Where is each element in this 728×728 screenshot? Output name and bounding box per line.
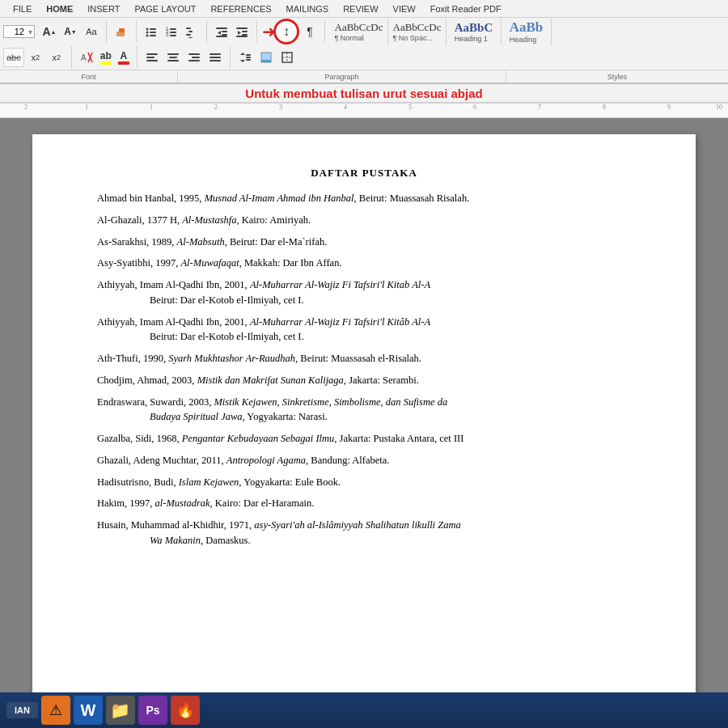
increase-indent-button[interactable] xyxy=(232,22,252,41)
svg-rect-35 xyxy=(169,57,177,58)
paragraph-mark-button[interactable]: ¶ xyxy=(300,22,320,41)
menu-file[interactable]: FILE xyxy=(6,2,38,15)
align-left-button[interactable] xyxy=(142,48,162,67)
numbered-list-button[interactable]: 1. 2. 3. xyxy=(162,22,181,41)
svg-rect-1 xyxy=(119,28,125,32)
svg-rect-32 xyxy=(146,57,154,58)
svg-rect-20 xyxy=(222,31,227,32)
separator4 xyxy=(256,20,257,43)
list-item: Ath-Thufi, 1990, Syarh Mukhtashor Ar-Rau… xyxy=(97,351,631,366)
font-case-button[interactable]: Aa xyxy=(82,22,101,41)
increase-font-button[interactable]: A▲ xyxy=(40,22,59,41)
style-normal[interactable]: AaBbCcDc ¶ Normal xyxy=(330,18,388,45)
shading-button[interactable] xyxy=(256,48,276,67)
svg-rect-41 xyxy=(210,57,221,58)
document-page: DAFTAR PUSTAKA Ahmad bin Hanbal, 1995, M… xyxy=(32,134,696,700)
menu-view[interactable]: VIEW xyxy=(387,2,422,15)
style-heading1[interactable]: AaBbC Heading 1 xyxy=(447,18,502,45)
separator3 xyxy=(206,20,207,43)
svg-rect-40 xyxy=(210,53,221,55)
clear-format-button[interactable]: A xyxy=(77,48,96,67)
list-item: Chodjim, Ahmad, 2003, Mistik dan Makrifa… xyxy=(97,373,631,388)
svg-rect-31 xyxy=(146,53,158,55)
border-icon xyxy=(281,51,294,64)
justify-button[interactable] xyxy=(205,48,225,67)
highlight-color-button[interactable]: ab xyxy=(98,49,114,66)
italic-title: Al-Mustashfa, xyxy=(182,214,239,226)
menu-review[interactable]: REVIEW xyxy=(336,2,384,15)
list-item: Hadisutrisno, Budi, Islam Kejawen, Yogya… xyxy=(97,475,631,490)
italic-title-cont: Budaya Spiritual Jawa, xyxy=(150,411,245,422)
multilevel-list-icon xyxy=(185,25,198,38)
font-size-display[interactable]: 12 xyxy=(4,26,27,37)
align-left-icon xyxy=(146,51,159,64)
svg-rect-42 xyxy=(210,60,221,61)
svg-rect-9 xyxy=(170,28,176,30)
font-section-label: Font xyxy=(0,70,178,83)
sort-group: ➜ ↕ ¶ xyxy=(262,19,320,44)
italic-title: Mistik dan Makrifat Sunan Kalijaga, xyxy=(197,375,346,386)
svg-text:3.: 3. xyxy=(166,32,170,37)
svg-rect-39 xyxy=(188,60,200,61)
strikethrough-button[interactable]: abc xyxy=(3,48,24,67)
align-center-button[interactable] xyxy=(163,48,183,67)
svg-rect-45 xyxy=(246,54,251,56)
document-title: DAFTAR PUSTAKA xyxy=(97,167,631,180)
menu-insert[interactable]: INSERT xyxy=(81,2,126,15)
list-group: 1. 2. 3. xyxy=(142,22,201,41)
menu-mailings[interactable]: MAILINGS xyxy=(280,2,336,15)
border-button[interactable] xyxy=(277,48,297,67)
taskbar-warning-icon[interactable]: ⚠ xyxy=(41,696,70,725)
svg-point-2 xyxy=(146,28,149,31)
menu-foxit[interactable]: Foxit Reader PDF xyxy=(424,2,508,15)
svg-rect-46 xyxy=(246,57,251,58)
menu-pagelayout[interactable]: PAGE LAYOUT xyxy=(128,2,202,15)
taskbar: IAN ⚠ W 📁 Ps 🔥 xyxy=(0,692,728,728)
style-heading[interactable]: AaBb Heading xyxy=(502,18,552,45)
line-spacing-icon xyxy=(239,51,252,64)
italic-title: Al-Muharrar Al-Wajiz Fi Tafsiri'l Kitâb … xyxy=(250,316,430,328)
sort-button-circle[interactable]: ↕ xyxy=(273,19,299,44)
highlight-eraser-button[interactable] xyxy=(112,22,131,41)
svg-rect-21 xyxy=(222,34,227,36)
announcement-text: Untuk membuat tulisan urut sesuai abjad xyxy=(245,87,482,100)
list-item: Endraswara, Suwardi, 2003, Mistik Kejawe… xyxy=(97,395,631,425)
svg-rect-25 xyxy=(242,31,248,32)
svg-rect-11 xyxy=(170,32,176,33)
paragraph-section-label: Paragraph xyxy=(178,70,506,83)
font-size-dropdown[interactable]: ▾ xyxy=(27,28,34,36)
clear-format-icon: A xyxy=(80,51,93,64)
subscript-button[interactable]: x2 xyxy=(26,48,45,67)
svg-rect-27 xyxy=(236,36,248,37)
svg-rect-7 xyxy=(150,35,156,36)
italic-title: Al-Muwafaqat, xyxy=(180,257,241,269)
list-item: Athiyyah, Imam Al-Qadhi Ibn, 2001, Al-Mu… xyxy=(97,277,631,308)
line-spacing-button[interactable] xyxy=(235,48,255,67)
menu-references[interactable]: REFERENCES xyxy=(204,2,277,15)
taskbar-ps-icon[interactable]: Ps xyxy=(138,696,167,725)
menu-home[interactable]: HOME xyxy=(40,2,79,15)
list-item: Al-Ghazali, 1377 H, Al-Mustashfa, Kairo:… xyxy=(97,213,631,228)
bullet-list-button[interactable] xyxy=(142,22,161,41)
taskbar-word-icon[interactable]: W xyxy=(74,696,103,725)
svg-marker-24 xyxy=(238,31,241,35)
taskbar-folder-icon[interactable]: 📁 xyxy=(106,696,135,725)
svg-rect-13 xyxy=(170,35,176,36)
list-item: As-Sarakhsi, 1989, Al-Mabsuth, Beirut: D… xyxy=(97,235,631,250)
announcement-bar: Untuk membuat tulisan urut sesuai abjad xyxy=(0,84,728,104)
align-right-button[interactable] xyxy=(184,48,204,67)
decrease-indent-button[interactable] xyxy=(212,22,231,41)
style-nospacing[interactable]: AaBbCcDc ¶ No Spac... xyxy=(388,18,447,45)
menu-bar: FILE HOME INSERT PAGE LAYOUT REFERENCES … xyxy=(0,0,728,18)
list-item: Asy-Syatibhi, 1997, Al-Muwafaqat, Makkah… xyxy=(97,256,631,271)
multilevel-list-button[interactable] xyxy=(182,22,201,41)
svg-text:A: A xyxy=(81,53,87,62)
svg-marker-19 xyxy=(218,31,221,35)
align-center-icon xyxy=(167,51,180,64)
decrease-font-button[interactable]: A▼ xyxy=(61,22,80,41)
list-item: Ghazali, Adeng Muchtar, 2011, Antropolog… xyxy=(97,453,631,468)
taskbar-app-icon[interactable]: 🔥 xyxy=(171,696,200,725)
superscript-button[interactable]: x2 xyxy=(47,48,66,67)
font-color-button[interactable]: A xyxy=(116,49,132,66)
svg-rect-18 xyxy=(216,28,227,29)
